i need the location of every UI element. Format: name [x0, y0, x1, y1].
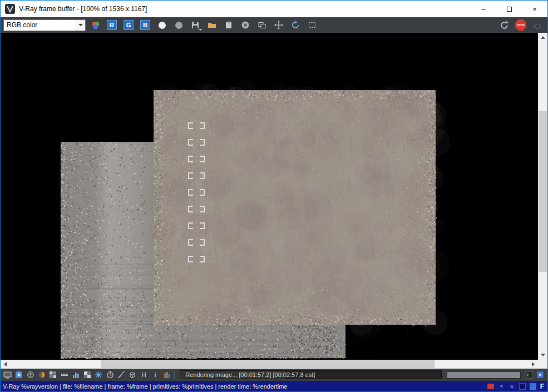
scroll-left-button[interactable]: [1, 360, 10, 369]
two-windows-icon: [258, 21, 266, 29]
maximize-button[interactable]: [496, 1, 522, 17]
horizontal-scrollbar[interactable]: [1, 360, 538, 369]
vertical-scrollbar[interactable]: [538, 33, 547, 360]
titlebar: V-Ray frame buffer - [100% of 1536 x 116…: [1, 1, 547, 17]
rgb-channels-icon: [91, 21, 100, 30]
scroll-right-button[interactable]: [529, 360, 538, 369]
close-button[interactable]: ×: [522, 1, 547, 17]
mono-channel-button[interactable]: [171, 18, 186, 32]
info-button[interactable]: i: [150, 370, 160, 380]
h-label: H: [142, 371, 146, 378]
render-button[interactable]: [530, 18, 545, 32]
frame-buffer-viewport: [1, 33, 547, 369]
teapot-icon: [533, 21, 542, 30]
stop-icon: STOP: [515, 19, 526, 31]
swirl-arrow-icon: [291, 21, 300, 29]
i-label: i: [155, 371, 156, 378]
vertical-scroll-thumb[interactable]: [539, 111, 547, 272]
letter-h-button[interactable]: H: [139, 370, 149, 380]
arrow-up-icon: [541, 36, 545, 39]
stop-label: STOP: [517, 23, 525, 27]
window-controls: – ×: [471, 1, 547, 17]
render-canvas[interactable]: [1, 33, 538, 360]
circle-x-icon: [241, 21, 250, 29]
duplicate-buffer-button[interactable]: [255, 18, 269, 32]
arrow-right-icon: [532, 362, 535, 366]
progress-text: Rendering image... [00:01:57,2] [00:02:5…: [180, 371, 315, 378]
ruler-button[interactable]: [60, 370, 69, 380]
horizontal-scroll-thumb[interactable]: [101, 360, 435, 368]
red-channel-label: R: [107, 20, 117, 30]
rgb-channels-button[interactable]: [88, 18, 102, 32]
follow-mouse-button[interactable]: [288, 18, 303, 32]
arrow-left-icon: [4, 362, 7, 366]
status-bar: V-Ray %vrayversion | file: %filename | f…: [1, 381, 547, 391]
save-icon: [191, 21, 200, 29]
clear-image-button[interactable]: [238, 18, 253, 32]
srgb-button[interactable]: [14, 370, 23, 380]
exposure-button[interactable]: [37, 370, 46, 380]
lut-button[interactable]: [128, 370, 137, 380]
blue-channel-button[interactable]: B: [138, 18, 152, 32]
open-image-button[interactable]: [205, 18, 219, 32]
vray-logo-icon: [5, 4, 15, 14]
timer-button[interactable]: [105, 370, 115, 380]
vfb-settings-button[interactable]: [536, 370, 545, 380]
font-button[interactable]: F: [540, 383, 545, 390]
copy-clipboard-button[interactable]: [221, 18, 236, 32]
clipboard-icon: [224, 21, 233, 29]
green-channel-button[interactable]: G: [121, 18, 136, 32]
star-button[interactable]: [93, 370, 103, 380]
scroll-down-button[interactable]: [538, 350, 547, 360]
stamp-toggle-icon[interactable]: [519, 383, 526, 390]
region-render-button[interactable]: [305, 18, 319, 32]
stamp-color-icon[interactable]: [530, 383, 537, 390]
folder-icon: [208, 21, 216, 29]
alpha-channel-button[interactable]: [155, 18, 169, 32]
color-curve-button[interactable]: [116, 370, 126, 380]
checker-background-button[interactable]: [82, 370, 92, 380]
icc-profile-button[interactable]: [26, 370, 35, 380]
maximize-icon: [507, 7, 512, 12]
main-toolbar: RGB color R G B: [1, 17, 547, 33]
minimize-button[interactable]: –: [471, 1, 496, 17]
stamp-text: V-Ray %vrayversion | file: %filename | f…: [3, 383, 287, 390]
green-channel-label: G: [124, 20, 134, 30]
mono-channel-icon: [175, 22, 182, 29]
memory-bar: [447, 371, 521, 379]
toolbar-separator: [174, 371, 175, 379]
render-progress-bar: Rendering image... [00:01:57,2] [00:02:5…: [180, 370, 441, 379]
save-dropdown-icon: [199, 29, 202, 31]
scroll-up-button[interactable]: [538, 33, 547, 42]
pixel-aspect-button[interactable]: [48, 370, 58, 380]
scrollbar-corner: [538, 360, 547, 369]
crosshair-arrows-icon: [274, 21, 283, 29]
channel-select[interactable]: RGB color: [3, 19, 86, 31]
blue-channel-label: B: [140, 20, 150, 30]
dashed-rect-icon: [308, 21, 317, 29]
alert-icon[interactable]: [487, 383, 495, 390]
histogram-button[interactable]: [162, 370, 171, 380]
vray-frame-buffer-window: V-Ray frame buffer - [100% of 1536 x 116…: [0, 0, 548, 392]
status-right-icons: × ≡ F: [487, 383, 545, 390]
red-channel-button[interactable]: R: [105, 18, 119, 32]
arrow-down-icon: [541, 354, 545, 356]
save-image-button[interactable]: [188, 18, 203, 32]
vfb-options-toolbar: H i Rendering image... [00:01:57,2] [00:…: [1, 369, 547, 381]
menu-icon[interactable]: ≡: [508, 383, 516, 390]
window-title: V-Ray frame buffer - [100% of 1536 x 116…: [19, 5, 147, 13]
close-icon: ×: [532, 5, 537, 13]
channel-select-value: RGB color: [4, 21, 76, 29]
minimize-icon: –: [481, 5, 485, 13]
bar-chart-button[interactable]: [71, 370, 81, 380]
alpha-channel-icon: [159, 22, 166, 29]
circular-arrow-icon: [500, 21, 509, 30]
chevron-down-icon[interactable]: [76, 20, 85, 31]
track-mouse-button[interactable]: [271, 18, 286, 32]
stop-render-button[interactable]: STOP: [514, 18, 528, 32]
mute-icon[interactable]: ×: [498, 383, 505, 390]
display-correction-button[interactable]: [3, 370, 12, 380]
vfb-log-button[interactable]: [524, 370, 534, 380]
render-last-button[interactable]: [497, 18, 511, 32]
